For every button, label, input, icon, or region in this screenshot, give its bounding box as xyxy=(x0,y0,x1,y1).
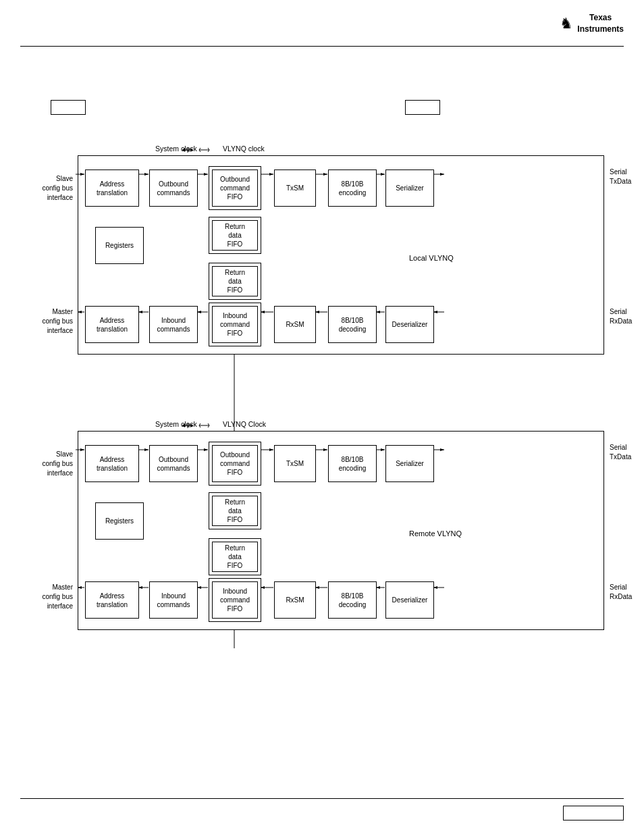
local-encoding: 8B/10Bencoding xyxy=(328,170,377,207)
local-vlynq-diagram: Local VLYNQ Addresstranslation Outboundc… xyxy=(78,155,604,355)
header-box-left xyxy=(51,100,86,115)
local-vlynq-clock-label: VLYNQ clock xyxy=(223,145,265,153)
svg-line-5 xyxy=(208,150,209,152)
local-deserializer: Deserializer xyxy=(385,306,434,343)
remote-deserializer: Deserializer xyxy=(385,581,434,619)
remote-outbound-fifo: OutboundcommandFIFO xyxy=(209,442,261,486)
remote-txsm: TxSM xyxy=(274,445,316,482)
bottom-rule xyxy=(20,798,624,799)
svg-line-25 xyxy=(208,423,209,425)
local-rxsm: RxSM xyxy=(274,306,316,343)
svg-line-27 xyxy=(199,423,200,425)
remote-inbound-fifo: InboundcommandFIFO xyxy=(209,578,261,622)
remote-return-fifo-top: ReturndataFIFO xyxy=(209,492,261,529)
remote-serial-rx: SerialRxData xyxy=(610,583,644,602)
remote-registers: Registers xyxy=(95,502,144,540)
local-addr-trans-top: Addresstranslation xyxy=(85,170,139,207)
logo-line1: Texas xyxy=(577,12,624,24)
remote-vlynq-title: Remote VLYNQ xyxy=(409,529,462,538)
remote-encoding: 8B/10Bencoding xyxy=(328,445,377,482)
local-return-fifo-top: ReturndataFIFO xyxy=(209,217,261,254)
local-slave-label: Slaveconfig businterface xyxy=(12,174,73,203)
diagram-arrows xyxy=(0,0,644,834)
local-master-label: Masterconfig businterface xyxy=(12,307,73,336)
remote-return-fifo-bot: ReturndataFIFO xyxy=(209,538,261,575)
remote-system-clock-label: System clock xyxy=(155,420,197,428)
svg-line-7 xyxy=(199,150,200,152)
svg-line-6 xyxy=(199,148,200,150)
svg-line-28 xyxy=(199,425,200,427)
header-box-right xyxy=(405,100,440,115)
local-inbound-fifo: InboundcommandFIFO xyxy=(209,303,261,346)
remote-rxsm: RxSM xyxy=(274,581,316,619)
local-serial-rx: SerialRxData xyxy=(610,307,644,326)
local-decoding: 8B/10Bdecoding xyxy=(328,306,377,343)
remote-outbound-cmds: Outboundcommands xyxy=(149,445,198,482)
local-return-fifo-bot: ReturndataFIFO xyxy=(209,263,261,300)
remote-serializer: Serializer xyxy=(385,445,434,482)
remote-addr-trans-top: Addresstranslation xyxy=(85,445,139,482)
remote-vlynq-diagram: Remote VLYNQ Addresstranslation Outbound… xyxy=(78,431,604,630)
local-txsm: TxSM xyxy=(274,170,316,207)
local-outbound-fifo: OutboundcommandFIFO xyxy=(209,166,261,210)
logo: ♞ Texas Instruments xyxy=(560,12,624,35)
local-serial-tx: SerialTxData xyxy=(610,167,644,186)
svg-line-4 xyxy=(208,148,209,150)
remote-vlynq-clock-label: VLYNQ Clock xyxy=(223,420,266,428)
logo-icon: ♞ xyxy=(560,15,573,32)
remote-master-label: Masterconfig businterface xyxy=(12,583,73,611)
local-serializer: Serializer xyxy=(385,170,434,207)
top-rule xyxy=(20,46,624,47)
remote-addr-trans-bot: Addresstranslation xyxy=(85,581,139,619)
local-inbound-cmds: Inboundcommands xyxy=(149,306,198,343)
local-addr-trans-bot: Addresstranslation xyxy=(85,306,139,343)
local-outbound-cmds: Outboundcommands xyxy=(149,170,198,207)
local-system-clock-label: System clock xyxy=(155,145,197,153)
svg-line-26 xyxy=(208,425,209,427)
remote-inbound-cmds: Inboundcommands xyxy=(149,581,198,619)
remote-decoding: 8B/10Bdecoding xyxy=(328,581,377,619)
local-vlynq-title: Local VLYNQ xyxy=(409,254,454,262)
logo-line2: Instruments xyxy=(577,24,624,35)
local-registers: Registers xyxy=(95,227,144,264)
remote-slave-label: Slaveconfig businterface xyxy=(12,450,73,478)
footer-box-br xyxy=(563,806,624,820)
remote-serial-tx: SerialTxData xyxy=(610,443,644,462)
